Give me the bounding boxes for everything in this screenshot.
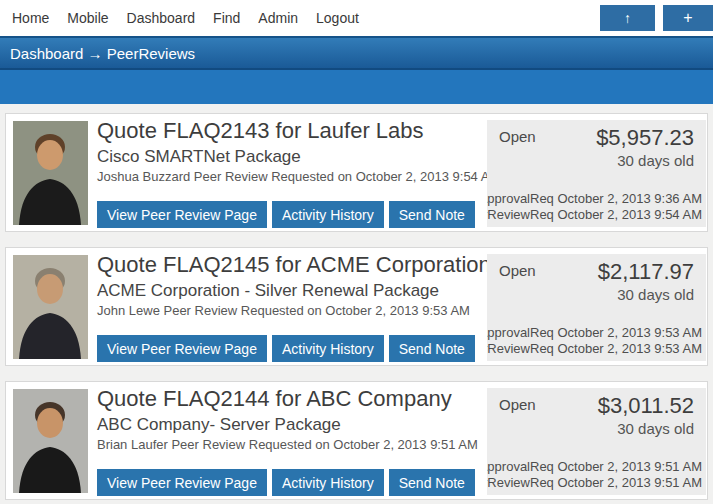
status-badge: Open — [499, 394, 536, 416]
quote-title: Quote FLAQ2143 for Laufer Labs — [97, 117, 500, 145]
view-peer-review-button[interactable]: View Peer Review Page — [97, 335, 267, 362]
send-note-button[interactable]: Send Note — [389, 335, 475, 362]
peer-review-card: Quote FLAQ2144 for ABC Company ABC Compa… — [5, 381, 708, 500]
quote-summary-panel: Open $3,011.52 30 days old ApprovalReq O… — [487, 388, 706, 495]
sub-header-bar — [0, 70, 713, 104]
review-requested-timestamp: PeerReviewReq October 2, 2013 9:54 AM — [487, 207, 702, 222]
nav-link-find[interactable]: Find — [204, 10, 249, 26]
nav-link-logout[interactable]: Logout — [307, 10, 368, 26]
approval-requested-timestamp: ApprovalReq October 2, 2013 9:51 AM — [487, 459, 702, 474]
peer-review-list: Quote FLAQ2143 for Laufer Labs Cisco SMA… — [0, 104, 713, 504]
request-meta: Joshua Buzzard Peer Review Requested on … — [97, 168, 500, 185]
status-badge: Open — [499, 126, 536, 148]
peer-review-card: Quote FLAQ2145 for ACME Corporation ACME… — [5, 247, 708, 366]
quote-package: Cisco SMARTNet Package — [97, 145, 500, 168]
status-badge: Open — [499, 260, 536, 282]
plus-icon: + — [683, 9, 692, 27]
send-note-button[interactable]: Send Note — [389, 201, 475, 228]
add-button[interactable]: + — [663, 5, 713, 31]
review-requested-timestamp: PeerReviewReq October 2, 2013 9:51 AM — [487, 475, 702, 490]
activity-history-button[interactable]: Activity History — [272, 201, 384, 228]
quote-package: ABC Company- Server Package — [97, 413, 478, 436]
approval-requested-timestamp: ApprovalReq October 2, 2013 9:53 AM — [487, 325, 702, 340]
approval-requested-timestamp: ApprovalReq October 2, 2013 9:36 AM — [487, 191, 702, 206]
view-peer-review-button[interactable]: View Peer Review Page — [97, 469, 267, 496]
nav-link-dashboard[interactable]: Dashboard — [118, 10, 205, 26]
quote-title: Quote FLAQ2144 for ABC Company — [97, 385, 478, 413]
breadcrumb[interactable]: Dashboard → PeerReviews — [10, 45, 195, 62]
request-meta: John Lewe Peer Review Requested on Octob… — [97, 302, 491, 319]
quote-summary-panel: Open $5,957.23 30 days old ApprovalReq O… — [487, 120, 706, 227]
top-nav: Home Mobile Dashboard Find Admin Logout … — [0, 0, 713, 36]
quote-summary-panel: Open $2,117.97 30 days old ApprovalReq O… — [487, 254, 706, 361]
nav-link-home[interactable]: Home — [3, 10, 58, 26]
quote-age: 30 days old — [499, 150, 694, 171]
reviewer-photo — [13, 255, 88, 359]
nav-link-mobile[interactable]: Mobile — [58, 10, 117, 26]
request-meta: Brian Laufer Peer Review Requested on Oc… — [97, 436, 478, 453]
quote-age: 30 days old — [499, 284, 694, 305]
nav-buttons: ↑ + — [600, 5, 713, 31]
view-peer-review-button[interactable]: View Peer Review Page — [97, 201, 267, 228]
nav-link-admin[interactable]: Admin — [249, 10, 307, 26]
activity-history-button[interactable]: Activity History — [272, 335, 384, 362]
quote-age: 30 days old — [499, 418, 694, 439]
peer-review-card: Quote FLAQ2143 for Laufer Labs Cisco SMA… — [5, 113, 708, 232]
reviewer-photo — [13, 389, 88, 493]
quote-package: ACME Corporation - Silver Renewal Packag… — [97, 279, 491, 302]
up-arrow-icon: ↑ — [624, 10, 631, 26]
review-requested-timestamp: PeerReviewReq October 2, 2013 9:53 AM — [487, 341, 702, 356]
breadcrumb-bar: Dashboard → PeerReviews — [0, 36, 713, 70]
reviewer-photo — [13, 121, 88, 225]
activity-history-button[interactable]: Activity History — [272, 469, 384, 496]
quote-title: Quote FLAQ2145 for ACME Corporation — [97, 251, 491, 279]
send-note-button[interactable]: Send Note — [389, 469, 475, 496]
scroll-top-button[interactable]: ↑ — [600, 5, 655, 31]
